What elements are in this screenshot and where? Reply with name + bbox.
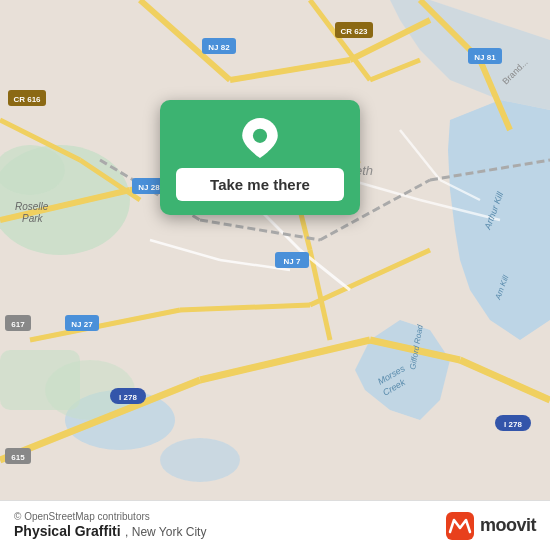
moovit-icon (446, 512, 474, 540)
svg-text:I 278: I 278 (504, 420, 522, 429)
svg-text:615: 615 (11, 453, 25, 462)
svg-text:CR 623: CR 623 (340, 27, 368, 36)
moovit-brand-name: moovit (480, 515, 536, 536)
location-city: , (125, 525, 132, 539)
svg-text:NJ 27: NJ 27 (71, 320, 93, 329)
location-name: Physical Graffiti (14, 523, 121, 539)
svg-text:NJ 28: NJ 28 (138, 183, 160, 192)
popup-card[interactable]: Take me there (160, 100, 360, 215)
svg-text:CR 616: CR 616 (13, 95, 41, 104)
location-pin-icon (240, 118, 280, 158)
map-container: NJ 82 CR 623 NJ 81 CR 616 NJ 28 NJ 27 NJ… (0, 0, 550, 500)
svg-text:NJ 7: NJ 7 (284, 257, 301, 266)
svg-point-75 (253, 129, 267, 143)
svg-text:NJ 82: NJ 82 (208, 43, 230, 52)
map-svg: NJ 82 CR 623 NJ 81 CR 616 NJ 28 NJ 27 NJ… (0, 0, 550, 500)
osm-attribution: © OpenStreetMap contributors (14, 511, 206, 522)
moovit-logo: moovit (446, 512, 536, 540)
bottom-bar: © OpenStreetMap contributors Physical Gr… (0, 500, 550, 550)
take-me-there-button[interactable]: Take me there (176, 168, 344, 201)
location-city-name: New York City (132, 525, 207, 539)
svg-text:I 278: I 278 (119, 393, 137, 402)
svg-text:NJ 81: NJ 81 (474, 53, 496, 62)
svg-point-4 (160, 438, 240, 482)
location-info: © OpenStreetMap contributors Physical Gr… (14, 511, 206, 540)
svg-text:Roselle: Roselle (15, 201, 49, 212)
svg-text:Park: Park (22, 213, 44, 224)
svg-text:617: 617 (11, 320, 25, 329)
